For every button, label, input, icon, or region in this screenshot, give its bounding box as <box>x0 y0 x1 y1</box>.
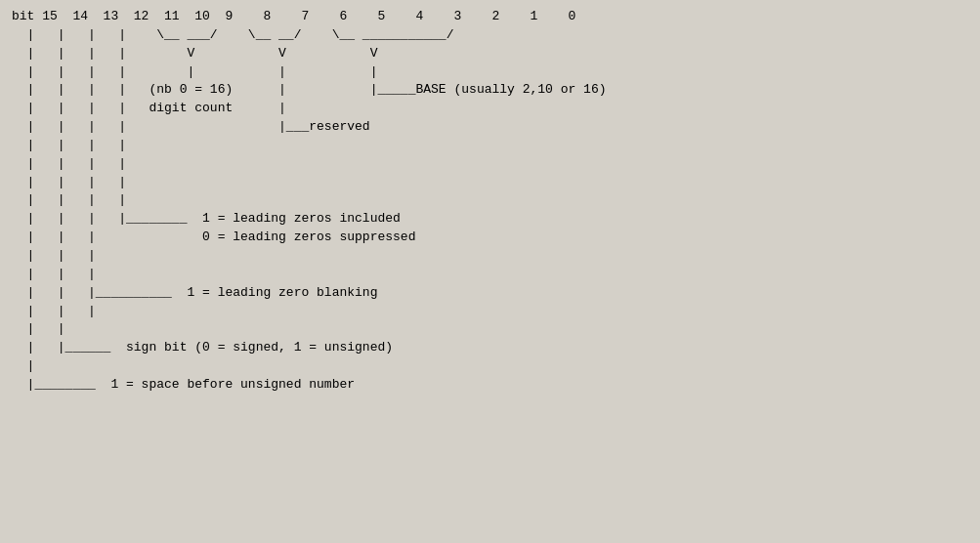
bit-diagram: bit 15 14 13 12 11 10 9 8 7 6 5 4 3 2 1 … <box>12 8 968 395</box>
main-container: bit 15 14 13 12 11 10 9 8 7 6 5 4 3 2 1 … <box>0 0 980 543</box>
